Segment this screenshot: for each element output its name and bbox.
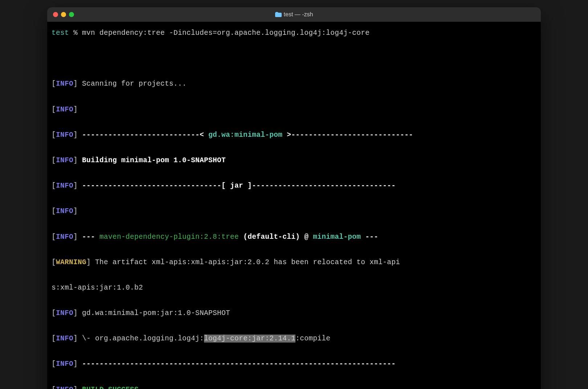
info-tag: INFO [56, 335, 73, 343]
info-tag: INFO [56, 156, 73, 164]
info-line: [INFO] ---------------------------------… [52, 358, 536, 370]
building-text: Building minimal-pom 1.0-SNAPSHOT [78, 156, 226, 164]
dash-segment: ---------------------------< [78, 131, 208, 139]
info-line: [INFO] --- maven-dependency-plugin:2.8:t… [52, 231, 536, 243]
info-line: [INFO] BUILD SUCCESS [52, 384, 536, 389]
plugin-goal: (default-cli) [239, 233, 300, 241]
info-line: [INFO] [52, 103, 536, 116]
title-bar-title: test — -zsh [53, 11, 535, 18]
traffic-lights [53, 12, 74, 17]
plugin-name: maven-dependency-plugin:2.8:tree [99, 233, 239, 241]
plugin-post: --- [361, 233, 378, 241]
jar-line: --------------------------------[ jar ]-… [78, 182, 396, 190]
info-line: [INFO] --------------------------------[… [52, 180, 536, 192]
terminal-body[interactable]: test % mvn dependency:tree -Dincludes=or… [47, 22, 541, 389]
info-tag: INFO [56, 106, 73, 114]
info-tag: INFO [56, 207, 73, 215]
warning-continuation: s:xml-apis:jar:1.0.b2 [52, 282, 536, 294]
warning-tag: WARNING [56, 258, 86, 266]
dep-pre: \- org.apache.logging.log4j: [78, 335, 204, 343]
maximize-button[interactable] [69, 12, 74, 17]
info-tag: INFO [56, 131, 73, 139]
plugin-at: @ [300, 233, 313, 241]
prompt-dir: test [52, 29, 69, 37]
info-tag: INFO [56, 360, 73, 368]
info-tag: INFO [56, 386, 73, 389]
terminal-window: test — -zsh test % mvn dependency:tree -… [47, 7, 541, 389]
info-line: [INFO] Scanning for projects... [52, 78, 536, 90]
prompt-line[interactable]: test % mvn dependency:tree -Dincludes=or… [52, 27, 536, 40]
dashes: ----------------------------------------… [78, 360, 396, 368]
project-coords: gd.wa:minimal-pom [208, 131, 282, 139]
info-tag: INFO [56, 80, 73, 88]
info-line: [INFO] ---------------------------< gd.w… [52, 129, 536, 142]
info-tag: INFO [56, 309, 73, 317]
info-line: [INFO] [52, 205, 536, 218]
warning-line: [WARNING] The artifact xml-apis:xml-apis… [52, 256, 536, 269]
warning-text: The artifact xml-apis:xml-apis:jar:2.0.2… [91, 258, 400, 266]
plugin-pre: --- [78, 233, 99, 241]
dep-post: :compile [295, 335, 330, 343]
close-button[interactable] [53, 12, 58, 17]
build-success: BUILD SUCCESS [78, 386, 139, 389]
info-line: [INFO] \- org.apache.logging.log4j:log4j… [52, 332, 536, 345]
minimize-button[interactable] [61, 12, 66, 17]
blank-line [52, 52, 536, 65]
plugin-project: minimal-pom [313, 233, 361, 241]
title-bar: test — -zsh [47, 7, 541, 22]
prompt-marker: % [69, 29, 82, 37]
artifact-text: gd.wa:minimal-pom:jar:1.0-SNAPSHOT [78, 309, 230, 317]
info-tag: INFO [56, 182, 73, 190]
command-text: mvn dependency:tree -Dincludes=org.apach… [82, 29, 369, 37]
dash-segment: >---------------------------- [282, 131, 413, 139]
window-title: test — -zsh [284, 11, 313, 18]
scanning-text: Scanning for projects... [78, 80, 187, 88]
info-line: [INFO] gd.wa:minimal-pom:jar:1.0-SNAPSHO… [52, 307, 536, 320]
info-line: [INFO] Building minimal-pom 1.0-SNAPSHOT [52, 154, 536, 167]
warning-cont-text: s:xml-apis:jar:1.0.b2 [52, 284, 143, 292]
dep-highlighted: log4j-core:jar:2.14.1 [204, 335, 295, 343]
info-tag: INFO [56, 233, 73, 241]
folder-icon [275, 12, 282, 17]
